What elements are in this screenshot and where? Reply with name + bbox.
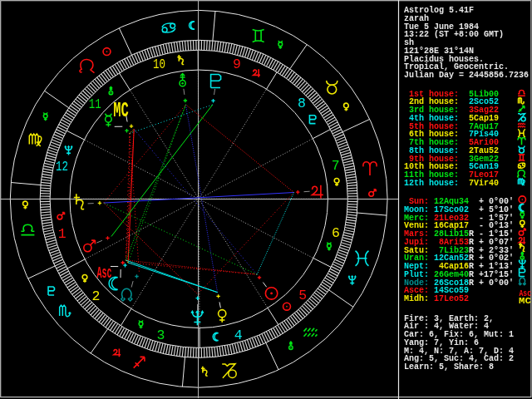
svg-text:9: 9 (233, 57, 241, 72)
svg-text:MC: MC (113, 99, 129, 123)
svg-text:6: 6 (332, 225, 340, 241)
svg-text:10: 10 (153, 57, 165, 72)
svg-text:5: 5 (298, 288, 307, 303)
svg-text:4: 4 (234, 328, 243, 343)
svg-text:3: 3 (156, 328, 165, 343)
svg-text:11: 11 (89, 96, 101, 112)
svg-text:8: 8 (298, 96, 306, 111)
svg-text:Asc: Asc (96, 264, 111, 283)
svg-text:MC: MC (519, 295, 531, 306)
svg-text:7: 7 (332, 158, 340, 174)
svg-text:2: 2 (91, 288, 100, 304)
svg-text:12: 12 (56, 159, 68, 175)
svg-text:1: 1 (58, 226, 66, 242)
